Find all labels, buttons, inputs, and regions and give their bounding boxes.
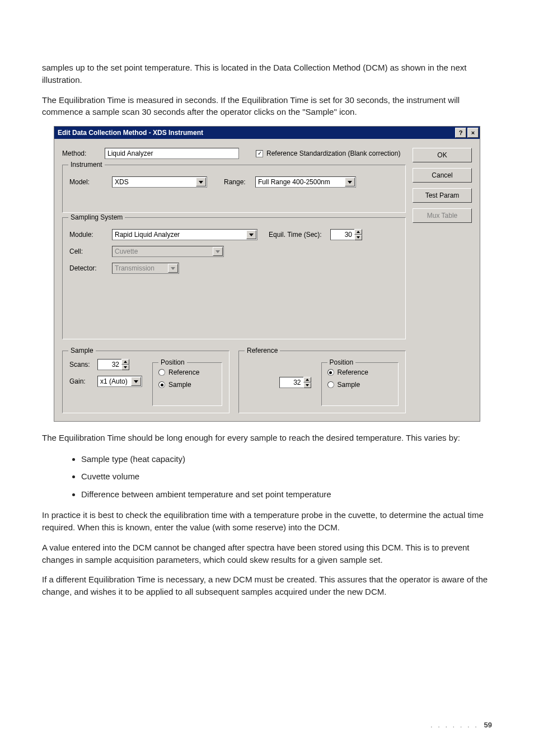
sample-position-legend: Position — [158, 358, 187, 366]
chevron-down-icon[interactable] — [345, 178, 355, 186]
body-paragraph: In practice it is best to check the equi… — [42, 509, 492, 534]
body-paragraph: The Equilibration Time should be long en… — [42, 432, 492, 444]
sampling-system-group: Sampling System Module: Rapid Liquid Ana… — [62, 217, 406, 339]
reference-pos-reference-label: Reference — [338, 368, 368, 376]
chevron-down-icon — [213, 247, 223, 256]
equil-time-label: Equil. Time (Sec): — [269, 231, 330, 239]
method-label: Method: — [62, 150, 105, 157]
reference-pos-sample-label: Sample — [338, 381, 360, 389]
reference-pos-sample-radio[interactable] — [327, 381, 334, 388]
detector-select: Transmission — [112, 263, 179, 274]
reference-position-legend: Position — [327, 358, 356, 366]
mux-table-button: Mux Table — [413, 208, 472, 223]
chevron-down-icon — [168, 264, 178, 273]
sample-group: Sample Scans: 32 — [62, 351, 229, 413]
instrument-legend: Instrument — [68, 161, 105, 169]
spinner-down[interactable] — [303, 382, 311, 388]
ref-std-checkbox[interactable]: ✓ — [256, 150, 263, 157]
detector-label: Detector: — [69, 264, 112, 272]
sample-pos-sample-label: Sample — [168, 381, 191, 389]
spinner-down[interactable] — [354, 235, 362, 240]
list-item: Cuvette volume — [81, 469, 492, 484]
scans-label: Scans: — [69, 361, 97, 368]
test-param-button[interactable]: Test Param — [413, 188, 472, 203]
footer-dots: . . . . . . . — [430, 721, 479, 729]
body-paragraph: If a different Equilibration Time is nec… — [42, 573, 492, 598]
cell-value: Cuvette — [115, 248, 138, 255]
dialog-titlebar: Edit Data Collection Method - XDS Instru… — [54, 127, 480, 139]
sample-pos-reference-radio[interactable] — [158, 369, 165, 376]
sample-legend: Sample — [68, 347, 96, 354]
equil-time-value[interactable]: 30 — [330, 229, 355, 240]
help-button[interactable]: ? — [455, 128, 466, 138]
reference-group: Reference 32 — [238, 351, 406, 413]
equil-time-spinner[interactable]: 30 — [330, 229, 362, 240]
list-item: Sample type (heat capacity) — [81, 452, 492, 466]
list-item: Difference between ambient temperature a… — [81, 487, 492, 502]
model-label: Model: — [69, 178, 112, 186]
sample-scans-value[interactable]: 32 — [97, 359, 122, 370]
model-value: XDS — [115, 178, 129, 186]
module-value: Rapid Liquid Analyzer — [115, 231, 180, 239]
method-input[interactable]: Liquid Analyzer — [105, 148, 239, 159]
dialog-title: Edit Data Collection Method - XDS Instru… — [58, 129, 454, 137]
spinner-up[interactable] — [303, 377, 311, 382]
gain-select[interactable]: x1 (Auto) — [97, 376, 142, 387]
range-value: Full Range 400-2500nm — [258, 178, 330, 186]
range-select[interactable]: Full Range 400-2500nm — [255, 176, 356, 188]
module-select[interactable]: Rapid Liquid Analyzer — [112, 229, 257, 240]
instrument-group: Instrument Model: XDS Range: Full Range … — [62, 165, 406, 213]
reference-scans-value[interactable]: 32 — [279, 377, 304, 388]
ref-std-label: Reference Standardization (Blank correct… — [266, 150, 400, 158]
model-select[interactable]: XDS — [112, 176, 207, 188]
body-paragraph: A value entered into the DCM cannot be c… — [42, 542, 492, 566]
edit-dcm-dialog: Edit Data Collection Method - XDS Instru… — [54, 126, 480, 422]
chevron-down-icon[interactable] — [131, 377, 141, 386]
module-label: Module: — [69, 231, 112, 239]
sample-pos-sample-radio[interactable] — [158, 381, 165, 388]
ok-button[interactable]: OK — [413, 148, 472, 162]
close-button[interactable]: × — [467, 128, 479, 138]
page-number: 59 — [484, 721, 492, 729]
sampling-legend: Sampling System — [68, 213, 125, 221]
gain-value: x1 (Auto) — [100, 377, 128, 385]
detector-value: Transmission — [115, 264, 154, 272]
range-label: Range: — [224, 178, 255, 186]
bullet-list: Sample type (heat capacity) Cuvette volu… — [42, 452, 492, 502]
cell-select: Cuvette — [112, 246, 224, 257]
reference-legend: Reference — [245, 347, 280, 354]
chevron-down-icon[interactable] — [196, 178, 206, 186]
sample-scans-spinner[interactable]: 32 — [97, 359, 129, 370]
page-footer: . . . . . . . 59 — [430, 721, 492, 729]
spinner-up[interactable] — [354, 229, 362, 235]
cell-label: Cell: — [69, 248, 112, 255]
gain-label: Gain: — [69, 377, 97, 385]
reference-pos-reference-radio[interactable] — [327, 369, 334, 376]
cancel-button[interactable]: Cancel — [413, 168, 472, 183]
sample-pos-reference-label: Reference — [168, 368, 199, 376]
chevron-down-icon[interactable] — [246, 230, 256, 239]
reference-scans-spinner[interactable]: 32 — [279, 377, 311, 388]
spinner-down[interactable] — [121, 365, 129, 370]
body-paragraph: The Equilibration Time is measured in se… — [42, 94, 492, 119]
body-paragraph: samples up to the set point temperature.… — [42, 62, 492, 86]
spinner-up[interactable] — [121, 359, 129, 365]
